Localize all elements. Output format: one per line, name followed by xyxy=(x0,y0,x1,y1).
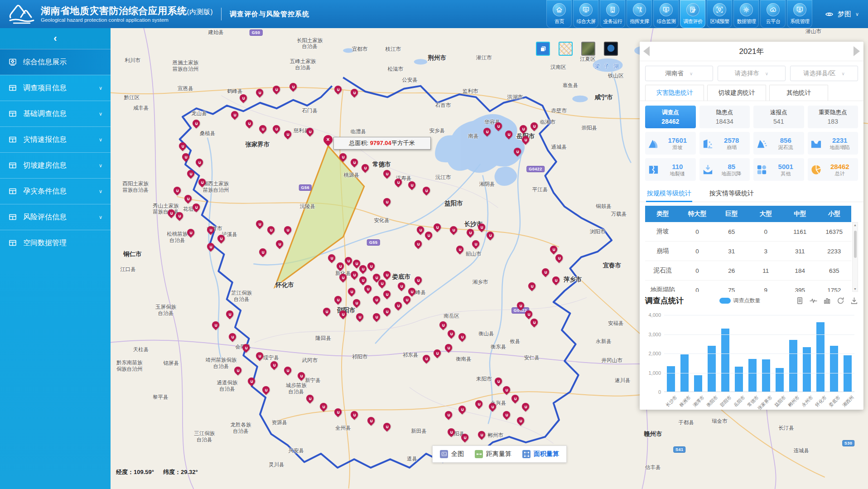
home-icon xyxy=(553,3,566,16)
nav-item-monitor[interactable]: 综合监测 xyxy=(653,0,679,28)
subtab-按灾情等级统计[interactable]: 按灾情等级统计 xyxy=(709,187,755,202)
region-select-2[interactable]: 请选择县/区∨ xyxy=(790,66,858,81)
chart-gridline xyxy=(664,315,854,315)
hazard-glyph-icon: ∪ xyxy=(523,404,529,410)
nav-item-survey[interactable]: 调查评价 xyxy=(680,0,705,28)
map-tool-fullext[interactable]: 全图 xyxy=(440,450,464,458)
chart-tool-doc-icon[interactable] xyxy=(796,297,804,305)
scroll-down-icon[interactable]: ▼ xyxy=(854,287,857,290)
table-cell: 0 xyxy=(680,261,714,281)
sidebar-item-空间数据管理[interactable]: 空间数据管理 xyxy=(0,230,111,256)
table-scrollbar[interactable]: ▲ ▼ xyxy=(852,222,858,292)
nav-item-system[interactable]: 系统管理 xyxy=(787,0,812,28)
chart-legend[interactable]: 调查点数量 xyxy=(719,297,761,305)
chart-tool-pulse-icon[interactable] xyxy=(810,297,817,305)
region-select-1[interactable]: 请选择市∨ xyxy=(718,66,786,81)
nav-item-label: 数据管理 xyxy=(737,18,756,25)
hazard-glyph-icon: ∪ xyxy=(362,165,368,171)
sidebar-item-灾情速报信息[interactable]: 灾情速报信息∨ xyxy=(0,126,111,152)
chart-tool-bars-icon[interactable] xyxy=(823,297,831,305)
hazard-stat-滑坡: 17601滑坡 xyxy=(645,132,696,155)
scroll-up-icon[interactable]: ▲ xyxy=(854,223,857,227)
hazard-glyph-icon: ∪ xyxy=(232,112,238,118)
map-tool-area[interactable]: 面积量算 xyxy=(522,450,559,458)
stat-card-速报点[interactable]: 速报点541 xyxy=(753,106,804,128)
nav-item-label: 综合大屏 xyxy=(576,18,595,25)
map-label: 绥宁县 xyxy=(263,355,279,361)
chart-tool-download-icon[interactable] xyxy=(850,297,858,305)
hazard-glyph-icon: ∪ xyxy=(169,211,174,216)
hazard-glyph-icon: ∪ xyxy=(379,281,385,286)
stat-card-调查点[interactable]: 调查点28462 xyxy=(645,106,696,128)
stat-card-重要隐患点[interactable]: 重要隐患点183 xyxy=(808,106,858,128)
nav-item-command[interactable]: 指挥支撑 xyxy=(627,0,652,28)
region-select-0[interactable]: 湖南省∨ xyxy=(645,66,713,81)
map-label: 荆州市 xyxy=(428,54,446,62)
street-thumbnail[interactable] xyxy=(559,42,573,56)
chart-baseline xyxy=(664,392,854,392)
tab-灾害隐患统计[interactable]: 灾害隐患统计 xyxy=(645,85,704,101)
coordinate-readout: 经度：109.59° 纬度：29.32° xyxy=(116,468,198,476)
hazard-glyph-icon: ∪ xyxy=(410,183,415,188)
user-menu[interactable]: 梦图 ∨ xyxy=(825,10,859,19)
pie-icon xyxy=(810,164,822,176)
measure-polygon[interactable] xyxy=(275,146,364,287)
chart-xtick: 张家界市 xyxy=(762,392,770,416)
layers-button[interactable] xyxy=(536,42,550,56)
hazard-glyph-icon: ∪ xyxy=(346,258,352,263)
sidebar-menu: 综合信息展示调查项目信息∨基础调查信息∨灾情速报信息∨切坡建房信息∨孕灾条件信息… xyxy=(0,49,111,256)
prev-year-button[interactable] xyxy=(643,46,650,56)
sidebar-collapse-button[interactable]: ‹ xyxy=(0,28,111,49)
globe-thumbnail[interactable] xyxy=(604,42,618,56)
sidebar-item-切坡建房信息[interactable]: 切坡建房信息∨ xyxy=(0,152,111,178)
nav-item-bigscreen[interactable]: 综合大屏 xyxy=(573,0,598,28)
sidebar-item-调查项目信息[interactable]: 调查项目信息∨ xyxy=(0,75,111,101)
table-icon xyxy=(8,109,17,118)
next-year-button[interactable] xyxy=(854,46,860,56)
nav-item-home[interactable]: 首页 xyxy=(546,0,572,28)
sidebar-item-综合信息展示[interactable]: 综合信息展示 xyxy=(0,49,111,75)
hazard-stat-text: 856泥石流 xyxy=(770,136,802,150)
satellite-thumbnail[interactable] xyxy=(581,42,595,56)
chart-xtick: 娄底市 xyxy=(830,392,838,416)
chart-bar xyxy=(680,354,689,392)
stat-card-隐患点[interactable]: 隐患点18434 xyxy=(699,106,750,128)
map-label: 宜都市 xyxy=(352,46,368,53)
sidebar-item-风险评估信息[interactable]: 风险评估信息∨ xyxy=(0,204,111,230)
app-header: 湖南省地质灾害防治综合应用系统(内测版) Geological hazard p… xyxy=(0,0,868,28)
sidebar-item-孕灾条件信息[interactable]: 孕灾条件信息∨ xyxy=(0,178,111,204)
table-icon xyxy=(8,135,17,144)
tab-其他统计[interactable]: 其他统计 xyxy=(769,85,828,101)
chart-xtick-label: 娄底市 xyxy=(828,394,842,408)
hazard-glyph-icon: ∪ xyxy=(531,123,537,129)
map-label: 沅江市 xyxy=(435,174,451,181)
map-label: 连城县 xyxy=(794,448,810,454)
nav-item-warning[interactable]: 区域预警 xyxy=(707,0,732,28)
user-name: 梦图 xyxy=(838,10,851,19)
nav-item-data[interactable]: 数据管理 xyxy=(733,0,759,28)
nav-item-cloud[interactable]: 云平台 xyxy=(760,0,786,28)
sidebar-item-基础调查信息[interactable]: 基础调查信息∨ xyxy=(0,101,111,126)
tab-切坡建房统计[interactable]: 切坡建房统计 xyxy=(707,85,766,101)
chart-tool-refresh-icon[interactable] xyxy=(837,297,844,305)
map-label: 监利市 xyxy=(463,88,478,95)
eye-icon[interactable] xyxy=(825,10,834,19)
scroll-thumb[interactable] xyxy=(854,231,857,258)
hazard-glyph-icon: ∪ xyxy=(257,90,263,95)
latitude-value: 纬度：29.32° xyxy=(163,468,198,476)
hazard-stat-text: 17601滑坡 xyxy=(661,136,694,150)
hazard-glyph-icon: ∪ xyxy=(460,334,465,339)
hazard-stat-value: 85 xyxy=(716,163,748,170)
hazard-stat-label: 地裂缝 xyxy=(661,171,694,177)
hazard-glyph-icon: ∪ xyxy=(385,272,390,278)
hazard-glyph-icon: ∪ xyxy=(341,155,346,160)
chevron-down-icon: ∨ xyxy=(99,111,102,117)
map-label: 道县 xyxy=(407,456,417,462)
collapse-icon xyxy=(702,137,714,150)
hazard-stat-value: 110 xyxy=(661,163,694,170)
subtab-按规模等级统计[interactable]: 按规模等级统计 xyxy=(646,187,692,202)
nav-item-business[interactable]: 业务运行 xyxy=(600,0,625,28)
map-tool-dist[interactable]: 距离量算 xyxy=(475,450,511,458)
select-value: 湖南省 xyxy=(665,69,684,77)
chart-xtick: 永州市 xyxy=(803,392,811,416)
